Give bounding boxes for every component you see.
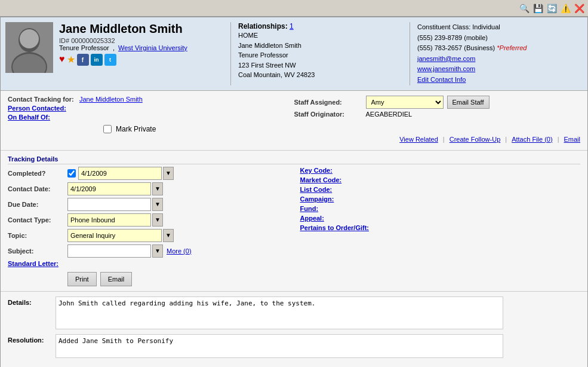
heart-icon[interactable]: ♥ <box>59 54 65 66</box>
contact-tracking-row: Contact Tracking for: Jane Middleton Smi… <box>8 96 294 103</box>
topic-dropdown-btn[interactable]: ▼ <box>163 229 174 242</box>
completed-row: Completed? ▼ <box>8 167 288 180</box>
standard-letter-label[interactable]: Standard Letter: <box>8 260 67 267</box>
on-behalf-label[interactable]: On Behalf Of: <box>8 114 79 121</box>
more-link[interactable]: More (0) <box>167 247 192 255</box>
main-container: Jane Middleton Smith ID# 000000025332 Te… <box>0 17 588 367</box>
details-textarea[interactable]: John Smith called regarding adding his w… <box>56 296 503 329</box>
fund-row: Fund: <box>300 205 581 212</box>
market-code-link[interactable]: Market Code: <box>300 176 378 184</box>
subject-dropdown-btn[interactable]: ▼ <box>152 244 163 258</box>
close-icon[interactable]: ❌ <box>573 2 585 14</box>
completed-input-group: ▼ <box>67 167 174 180</box>
list-code-link[interactable]: List Code: <box>300 186 378 193</box>
address-line-3: Tenure Professor <box>238 50 404 60</box>
contact-date-input[interactable] <box>67 182 151 195</box>
contact-type-input[interactable] <box>67 213 151 227</box>
create-follow-up-link[interactable]: Create Follow-Up <box>450 136 501 143</box>
topic-label: Topic: <box>8 232 67 239</box>
contact-type-row: Contact Type: ▼ <box>8 213 288 227</box>
view-related-link[interactable]: View Related <box>399 136 438 143</box>
email-link-tracking[interactable]: Email <box>564 136 580 143</box>
twitter-icon[interactable]: t <box>104 54 116 66</box>
due-date-dropdown-btn[interactable]: ▼ <box>152 198 163 211</box>
separator-2: | <box>505 136 507 143</box>
address-line-1: HOME <box>238 30 404 41</box>
mark-private-checkbox[interactable] <box>103 125 112 133</box>
list-code-row: List Code: <box>300 186 581 193</box>
resolution-label: Resolution: <box>8 334 56 344</box>
details-section: Details: John Smith called regarding add… <box>1 292 587 367</box>
website-link[interactable]: www.janesmith.com <box>417 65 475 72</box>
details-row: Details: John Smith called regarding add… <box>8 296 580 329</box>
subject-input-group: ▼ More (0) <box>67 244 192 258</box>
campaign-row: Campaign: <box>300 195 581 203</box>
address-line-5: Coal Mountain, WV 24823 <box>238 70 404 80</box>
due-date-input[interactable] <box>67 198 151 211</box>
topic-row: Topic: General Inquiry ▼ <box>8 229 288 242</box>
tracking-left: Contact Tracking for: Jane Middleton Smi… <box>8 96 294 123</box>
contact-date-label: Contact Date: <box>8 185 67 192</box>
fund-link[interactable]: Fund: <box>300 205 378 212</box>
person-contacted-label[interactable]: Person Contacted: <box>8 105 79 112</box>
staff-dropdown-row: Amy Email Staff <box>366 96 490 109</box>
completed-checkbox[interactable] <box>67 169 76 178</box>
edit-contact-link[interactable]: Edit Contact Info <box>417 76 466 83</box>
print-button[interactable]: Print <box>67 272 97 286</box>
contact-name-link[interactable]: Jane Middleton Smith <box>79 96 143 103</box>
subject-input[interactable] <box>67 244 151 258</box>
due-date-input-group: ▼ <box>67 198 163 211</box>
pertains-link[interactable]: Pertains to Order/Gift: <box>300 224 378 231</box>
due-date-label: Due Date: <box>8 201 67 208</box>
email-button[interactable]: Email <box>100 272 133 286</box>
address-line-4: 123 First Street NW <box>238 60 404 71</box>
mark-private-row: Mark Private <box>8 125 580 133</box>
due-date-row: Due Date: ▼ <box>8 198 288 211</box>
market-code-row: Market Code: <box>300 176 581 184</box>
key-code-link[interactable]: Key Code: <box>300 167 378 174</box>
tracking-header-row: Contact Tracking for: Jane Middleton Smi… <box>8 96 580 123</box>
standard-letter-row: Standard Letter: <box>8 260 288 267</box>
tracking-right: Staff Assigned: Amy Email Staff Staff Or… <box>294 96 581 120</box>
relationships-count[interactable]: 1 <box>290 22 294 30</box>
star-icon[interactable]: ★ <box>67 54 75 66</box>
contact-date-row: Contact Date: ▼ <box>8 182 288 195</box>
avatar <box>5 22 53 73</box>
email-staff-button[interactable]: Email Staff <box>447 96 490 109</box>
mobile-phone: (555) 239-8789 (mobile) <box>417 33 583 44</box>
contact-type-label: Contact Type: <box>8 216 67 224</box>
appeal-row: Appeal: <box>300 215 581 222</box>
preferred-label: *Preferred <box>497 44 527 51</box>
relationships-header: Relationships: 1 <box>238 22 404 30</box>
tracking-details-header: Tracking Details <box>8 155 580 164</box>
warning-icon[interactable]: ⚠️ <box>559 2 571 14</box>
contact-type-dropdown-btn[interactable]: ▼ <box>152 213 163 227</box>
linkedin-icon[interactable]: in <box>91 54 103 66</box>
person-title: Tenure Professor , West Virginia Univers… <box>59 44 224 51</box>
toolbar: 🔍 💾 🔄 ⚠️ ❌ <box>0 0 588 17</box>
staff-originator-row: Staff Originator: AEGABERDIEL <box>294 111 581 118</box>
key-code-row: Key Code: <box>300 167 581 174</box>
person-info: Jane Middleton Smith ID# 000000025332 Te… <box>59 22 224 85</box>
refresh-icon[interactable]: 🔄 <box>546 2 558 14</box>
svg-point-3 <box>20 29 39 48</box>
completed-date-input[interactable] <box>78 167 162 180</box>
appeal-link[interactable]: Appeal: <box>300 215 378 222</box>
resolution-textarea[interactable]: Added Jane Smith to Personify <box>56 334 503 358</box>
completed-date-dropdown-btn[interactable]: ▼ <box>163 167 174 180</box>
person-id: ID# 000000025332 <box>59 37 224 44</box>
topic-select[interactable]: General Inquiry <box>67 229 162 242</box>
facebook-icon[interactable]: f <box>77 54 89 66</box>
contact-date-dropdown-btn[interactable]: ▼ <box>152 182 163 195</box>
tracking-details-left: Completed? ▼ Contact Date: ▼ Due Da <box>8 167 288 286</box>
attach-file-link[interactable]: Attach File (0) <box>512 136 552 143</box>
search-icon[interactable]: 🔍 <box>518 2 530 14</box>
campaign-link[interactable]: Campaign: <box>300 195 378 203</box>
email-link[interactable]: janesmith@me.com <box>417 55 475 62</box>
university-link[interactable]: West Virginia University <box>118 44 187 51</box>
business-phone: (555) 783-2657 (Business) *Preferred <box>417 43 583 54</box>
staff-dropdown[interactable]: Amy <box>366 96 444 109</box>
person-name: Jane Middleton Smith <box>59 22 224 36</box>
save-icon[interactable]: 💾 <box>532 2 544 14</box>
separator-1: | <box>443 136 445 143</box>
